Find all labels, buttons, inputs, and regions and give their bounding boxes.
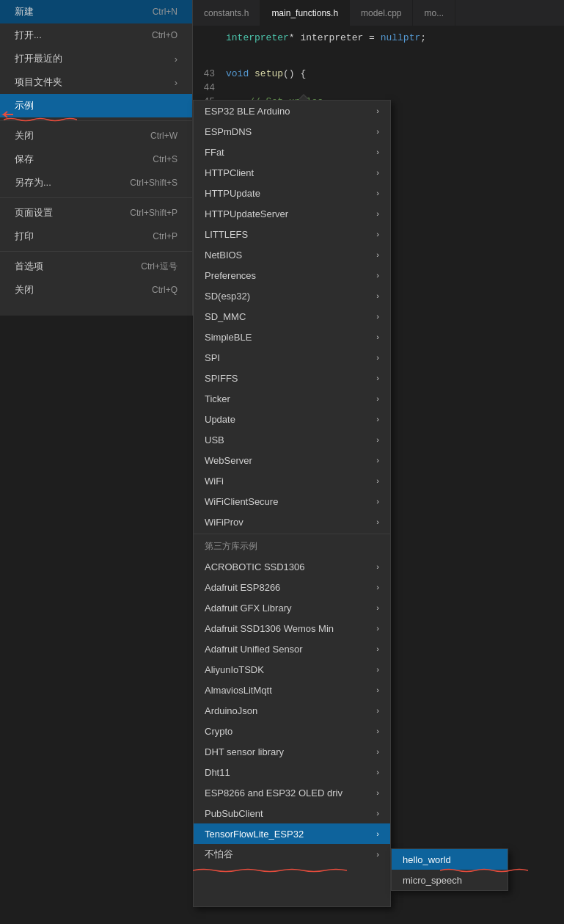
tab-constants[interactable]: constants.h	[193, 0, 260, 26]
menu-item-open[interactable]: 打开... Ctrl+O	[0, 23, 192, 47]
submenu-hello-world[interactable]: hello_world	[392, 849, 508, 870]
menu-item-save[interactable]: 保存 Ctrl+S	[0, 148, 192, 171]
menu-item-print[interactable]: 打印 Ctrl+P	[0, 225, 192, 248]
menu-item-close[interactable]: 关闭 Ctrl+W	[0, 124, 192, 148]
submenu-sd-mmc[interactable]: SD_MMC ›	[194, 306, 390, 327]
submenu-netbios[interactable]: NetBIOS ›	[194, 244, 390, 265]
submenu-adafruit-ssd1306[interactable]: Adafruit SSD1306 Wemos Min ›	[194, 618, 390, 639]
submenu-httpclient[interactable]: HTTPClient ›	[194, 162, 390, 183]
third-party-section-header: 第三方库示例	[194, 536, 390, 556]
submenu-spi[interactable]: SPI ›	[194, 347, 390, 368]
submenu-wifi[interactable]: WiFi ›	[194, 470, 390, 491]
submenu-wificlientsecure[interactable]: WiFiClientSecure ›	[194, 491, 390, 512]
menu-item-examples[interactable]: 示例	[0, 94, 192, 117]
submenu-espmdns[interactable]: ESPmDNS ›	[194, 121, 390, 142]
submenu-ticker[interactable]: Ticker ›	[194, 388, 390, 409]
submenu-esp8266-oled[interactable]: ESP8266 and ESP32 OLED driv ›	[194, 782, 390, 803]
submenu-triangle-inner	[299, 95, 308, 100]
submenu-preferences[interactable]: Preferences ›	[194, 265, 390, 285]
examples-submenu: ESP32 BLE Arduino › ESPmDNS › FFat › HTT…	[193, 100, 391, 907]
submenu-pubsubclient[interactable]: PubSubClient ›	[194, 803, 390, 823]
submenu-tensorflowlite[interactable]: TensorFlowLite_ESP32 ›	[194, 823, 390, 844]
menu-item-preferences[interactable]: 首选项 Ctrl+逗号	[0, 255, 192, 278]
menu-item-open-recent[interactable]: 打开最近的 ›	[0, 47, 192, 70]
submenu-sd-esp32[interactable]: SD(esp32) ›	[194, 285, 390, 306]
submenu-wifiprov[interactable]: WiFiProv ›	[194, 512, 390, 532]
submenu-esp32-ble[interactable]: ESP32 BLE Arduino ›	[194, 101, 390, 121]
submenu-acrobotic[interactable]: ACROBOTIC SSD1306 ›	[194, 556, 390, 577]
submenu-spiffs[interactable]: SPIFFS ›	[194, 368, 390, 388]
menu-item-save-as[interactable]: 另存为... Ctrl+Shift+S	[0, 171, 192, 194]
tab-bar: constants.h main_functions.h model.cpp m…	[193, 0, 564, 26]
submenu-crypto[interactable]: Crypto ›	[194, 721, 390, 741]
submenu-webserver[interactable]: WebServer ›	[194, 450, 390, 470]
submenu-aliyun[interactable]: AliyunIoTSDK ›	[194, 659, 390, 680]
file-menu: 新建 Ctrl+N 打开... Ctrl+O 打开最近的 › 项目文件夹 › 示…	[0, 0, 193, 316]
menu-item-page-setup[interactable]: 页面设置 Ctrl+Shift+P	[0, 201, 192, 225]
menu-item-project-folder[interactable]: 项目文件夹 ›	[0, 70, 192, 94]
menu-divider-1	[0, 120, 192, 121]
submenu-httpupdate[interactable]: HTTPUpdate ›	[194, 183, 390, 203]
submenu-usb[interactable]: USB ›	[194, 429, 390, 450]
submenu-dht-sensor[interactable]: DHT sensor library ›	[194, 741, 390, 762]
submenu-adafruit-unified[interactable]: Adafruit Unified Sensor ›	[194, 639, 390, 659]
submenu-dht11[interactable]: Dht11 ›	[194, 762, 390, 782]
menu-divider-3	[0, 251, 192, 252]
submenu-bupaugu[interactable]: 不怕谷 ›	[194, 844, 390, 865]
menu-divider-2	[0, 197, 192, 198]
submenu-simpleble[interactable]: SimpleBLE ›	[194, 327, 390, 347]
submenu-adafruit-gfx[interactable]: Adafruit GFX Library ›	[194, 597, 390, 618]
submenu-divider	[194, 534, 390, 534]
submenu-httpupdateserver[interactable]: HTTPUpdateServer ›	[194, 203, 390, 224]
tab-model-cpp[interactable]: model.cpp	[350, 0, 413, 26]
tab-main-functions[interactable]: main_functions.h	[260, 0, 350, 26]
tensorflowlite-submenu: hello_world micro_speech	[391, 848, 508, 891]
menu-item-new[interactable]: 新建 Ctrl+N	[0, 0, 192, 23]
submenu-littlefs[interactable]: LITTLEFS ›	[194, 224, 390, 244]
submenu-arduinojson[interactable]: ArduinoJson ›	[194, 700, 390, 721]
submenu-update[interactable]: Update ›	[194, 409, 390, 429]
submenu-adafruit-esp8266[interactable]: Adafruit ESP8266 ›	[194, 577, 390, 597]
submenu-micro-speech[interactable]: micro_speech	[392, 870, 508, 890]
submenu-ffat[interactable]: FFat ›	[194, 142, 390, 162]
tab-more[interactable]: mo...	[413, 0, 455, 26]
menu-item-quit[interactable]: 关闭 Ctrl+Q	[0, 278, 192, 302]
submenu-almavios[interactable]: AlmaviosLitMqtt ›	[194, 680, 390, 700]
